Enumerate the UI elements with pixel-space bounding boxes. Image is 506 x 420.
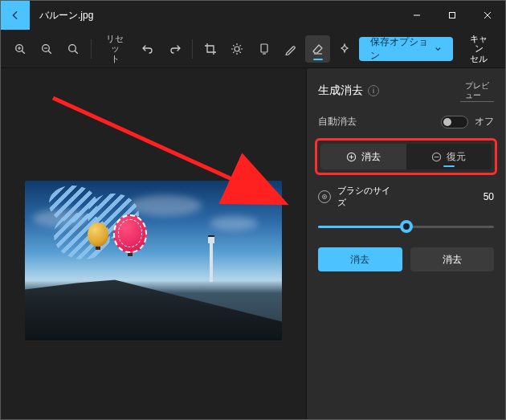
crop-icon [204, 43, 217, 55]
brush-size-value: 50 [484, 191, 494, 202]
zoom-fit-button[interactable] [61, 35, 86, 63]
zoom-out-button[interactable] [34, 35, 59, 63]
canvas-area [1, 68, 306, 420]
toolbar-divider [91, 39, 92, 59]
balloon-graphic [88, 222, 108, 247]
filter-button[interactable] [251, 35, 276, 63]
erase-mode-button[interactable]: 消去 [320, 144, 406, 169]
restore-mode-label: 復元 [447, 150, 466, 164]
minus-circle-icon [431, 152, 442, 162]
auto-erase-state: オフ [475, 115, 494, 128]
svg-rect-0 [450, 13, 455, 18]
auto-erase-toggle[interactable] [441, 116, 468, 128]
reset-button[interactable]: リセッ ト [96, 35, 133, 63]
redo-icon [169, 43, 182, 55]
plus-circle-icon [346, 152, 357, 162]
window-controls [399, 1, 505, 30]
back-button[interactable] [1, 1, 30, 30]
preview-badge: プレビュー [460, 80, 494, 102]
sparkle-icon [338, 43, 351, 55]
svg-rect-5 [261, 44, 267, 52]
erase-tool-button[interactable] [305, 35, 330, 63]
zoom-fit-icon [67, 43, 80, 55]
minimize-icon [413, 11, 421, 19]
auto-erase-row: 自動消去 オフ [318, 115, 494, 128]
secondary-erase-button[interactable]: 消去 [410, 247, 495, 271]
minimize-button[interactable] [399, 1, 435, 30]
erase-mode-label: 消去 [361, 150, 381, 164]
crop-button[interactable] [198, 35, 222, 63]
restore-mode-button[interactable]: 復元 [406, 144, 492, 169]
save-options-label: 保存オプション [370, 35, 430, 63]
image-canvas[interactable] [25, 181, 282, 341]
erase-restore-highlight: 消去 復元 [315, 138, 497, 175]
brush-size-row: ブラシのサイ ズ 50 [318, 185, 494, 209]
zoom-in-icon [14, 43, 27, 55]
info-icon[interactable]: i [368, 85, 379, 96]
lighthouse-graphic [210, 240, 213, 282]
slider-thumb[interactable] [400, 220, 413, 233]
auto-erase-label: 自動消去 [318, 115, 357, 128]
undo-icon [141, 43, 154, 55]
toolbar-divider [192, 39, 193, 59]
markup-icon [284, 43, 297, 55]
close-button[interactable] [470, 1, 505, 30]
cancel-button[interactable]: キャン セル [459, 37, 499, 61]
svg-point-4 [235, 47, 239, 51]
panel-title: 生成消去 [318, 84, 363, 98]
file-name: バルーン.jpg [30, 9, 103, 22]
maximize-button[interactable] [435, 1, 470, 30]
save-options-button[interactable]: 保存オプション [359, 37, 453, 61]
toolbar: リセッ ト 保存オプション キャン セル [1, 30, 505, 68]
generative-erase-panel: 生成消去 i プレビュー 自動消去 オフ 消去 復元 [306, 68, 505, 420]
brush-size-slider[interactable] [318, 217, 494, 236]
svg-point-3 [69, 44, 76, 51]
close-icon [484, 11, 492, 19]
brightness-icon [231, 43, 243, 55]
brush-size-label: ブラシのサイ ズ [337, 185, 390, 209]
undo-button[interactable] [136, 35, 161, 63]
balloon-graphic [113, 214, 147, 253]
filter-icon [258, 43, 271, 55]
blur-button[interactable] [332, 35, 357, 63]
eraser-icon [312, 43, 324, 55]
zoom-out-icon [40, 43, 53, 55]
zoom-in-button[interactable] [7, 35, 32, 63]
erase-restore-segmented: 消去 復元 [320, 144, 492, 169]
arrow-left-icon [10, 10, 21, 21]
chevron-down-icon [435, 45, 442, 53]
maximize-icon [448, 11, 456, 19]
redo-button[interactable] [162, 35, 187, 63]
apply-erase-button[interactable]: 消去 [318, 247, 402, 271]
brush-size-icon [318, 190, 331, 203]
adjust-button[interactable] [225, 35, 250, 63]
title-bar: バルーン.jpg [1, 1, 505, 30]
markup-button[interactable] [278, 35, 303, 63]
